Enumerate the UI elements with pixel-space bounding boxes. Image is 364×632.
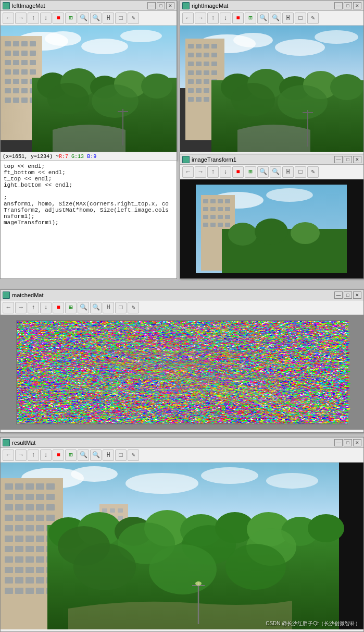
matched-restore-btn[interactable]: □ xyxy=(344,291,352,299)
svg-point-118 xyxy=(201,467,258,484)
svg-rect-61 xyxy=(211,62,217,66)
tb-zoom-out-btn[interactable]: 🔍 xyxy=(90,13,102,24)
rtb-pen-btn[interactable]: ✎ xyxy=(307,13,319,24)
result-restore-btn[interactable]: □ xyxy=(344,439,352,446)
ttb-box-btn[interactable]: □ xyxy=(295,166,306,178)
restb-down-btn[interactable]: ↓ xyxy=(40,449,52,461)
tb-next-btn[interactable]: → xyxy=(15,13,27,24)
tb-down-btn[interactable]: ↓ xyxy=(40,13,52,24)
mtb-zoomout-btn[interactable]: 🔍 xyxy=(90,302,102,313)
mtb-next-btn[interactable]: → xyxy=(15,302,27,313)
right-window-controls[interactable]: — □ ✕ xyxy=(334,2,361,9)
result-close-btn[interactable]: ✕ xyxy=(353,439,361,446)
transform-window[interactable]: imageTransform1 — □ ✕ ← → ↑ ↓ ■ ⊞ 🔍 🔍 H … xyxy=(180,154,364,279)
svg-rect-168 xyxy=(26,577,34,584)
matched-mat-window[interactable]: matchedMat — □ ✕ ← → ↑ ↓ ■ ⊞ 🔍 🔍 H □ ✎ xyxy=(0,289,364,433)
ttb-grid-btn[interactable]: ⊞ xyxy=(245,166,256,178)
ttb-zoomout-btn[interactable]: 🔍 xyxy=(270,166,281,178)
right-restore-btn[interactable]: □ xyxy=(344,2,352,9)
restb-next-btn[interactable]: → xyxy=(15,449,27,461)
svg-rect-14 xyxy=(5,60,11,65)
left-image-icon xyxy=(3,2,10,9)
svg-rect-144 xyxy=(36,525,44,531)
right-image-window[interactable]: rightImageMat — □ ✕ ← → ↑ ↓ ■ ⊞ 🔍 🔍 H □ … xyxy=(180,0,364,161)
right-image-icon xyxy=(182,2,190,9)
mtb-prev-btn[interactable]: ← xyxy=(3,302,14,313)
rtb-box-btn[interactable]: □ xyxy=(295,13,306,24)
rtb-next-btn[interactable]: → xyxy=(195,13,206,24)
svg-rect-159 xyxy=(36,556,44,563)
mtb-up-btn[interactable]: ↑ xyxy=(28,302,39,313)
rtb-zoomin-btn[interactable]: 🔍 xyxy=(257,13,269,24)
restb-prev-btn[interactable]: ← xyxy=(3,449,14,461)
left-image-window[interactable]: leftImageMat — □ ✕ ← → ↑ ↓ ■ ⊞ 🔍 🔍 H □ ✎ xyxy=(0,0,177,161)
rtb-up-btn[interactable]: ↑ xyxy=(207,13,219,24)
left-minimize-btn[interactable]: — xyxy=(147,2,156,9)
ttb-pen-btn[interactable]: ✎ xyxy=(307,166,319,178)
svg-rect-147 xyxy=(15,536,23,542)
ttb-h-btn[interactable]: H xyxy=(282,166,294,178)
restb-pen-btn[interactable]: ✎ xyxy=(128,449,139,461)
left-window-controls[interactable]: — □ ✕ xyxy=(147,2,174,9)
tb-zoom-in-btn[interactable]: 🔍 xyxy=(78,13,89,24)
tb-up-btn[interactable]: ↑ xyxy=(28,13,39,24)
left-close-btn[interactable]: ✕ xyxy=(166,2,174,9)
rtb-grid-btn[interactable]: ⊞ xyxy=(245,13,256,24)
mtb-pen-btn[interactable]: ✎ xyxy=(128,302,139,313)
right-minimize-btn[interactable]: — xyxy=(334,2,343,9)
ttb-down-btn[interactable]: ↓ xyxy=(220,166,231,178)
rtb-rec-btn[interactable]: ■ xyxy=(232,13,244,24)
restb-h-btn[interactable]: H xyxy=(103,449,114,461)
svg-point-205 xyxy=(195,581,202,586)
ttb-rec-btn[interactable]: ■ xyxy=(232,166,244,178)
svg-rect-131 xyxy=(5,504,13,511)
mtb-zoomin-btn[interactable]: 🔍 xyxy=(78,302,89,313)
mtb-rec-btn[interactable]: ■ xyxy=(53,302,64,313)
svg-rect-8 xyxy=(21,41,28,46)
rtb-zoomout-btn[interactable]: 🔍 xyxy=(270,13,281,24)
matched-minimize-btn[interactable]: — xyxy=(334,291,343,299)
tb-h-btn[interactable]: H xyxy=(103,13,114,24)
svg-rect-134 xyxy=(36,504,44,511)
matched-window-controls[interactable]: — □ ✕ xyxy=(334,291,361,299)
restb-zoomout-btn[interactable]: 🔍 xyxy=(90,449,102,461)
result-minimize-btn[interactable]: — xyxy=(334,439,343,446)
mtb-box-btn[interactable]: □ xyxy=(115,302,127,313)
matched-close-btn[interactable]: ✕ xyxy=(353,291,361,299)
ttb-up-btn[interactable]: ↑ xyxy=(207,166,219,178)
rtb-down-btn[interactable]: ↓ xyxy=(220,13,231,24)
svg-rect-58 xyxy=(188,62,194,66)
transform-close-btn[interactable]: ✕ xyxy=(353,156,361,163)
transform-minimize-btn[interactable]: — xyxy=(334,156,343,163)
result-scene-svg xyxy=(1,463,363,629)
restb-box-btn[interactable]: □ xyxy=(115,449,127,461)
restb-zoomin-btn[interactable]: 🔍 xyxy=(78,449,89,461)
left-restore-btn[interactable]: □ xyxy=(157,2,165,9)
left-toolbar: ← → ↑ ↓ ■ ⊞ 🔍 🔍 H □ ✎ xyxy=(1,11,177,26)
restb-grid-btn[interactable]: ⊞ xyxy=(65,449,77,461)
transform-restore-btn[interactable]: □ xyxy=(344,156,352,163)
restb-up-btn[interactable]: ↑ xyxy=(28,449,39,461)
svg-rect-66 xyxy=(188,79,194,84)
tb-rec-btn[interactable]: ■ xyxy=(53,13,64,24)
svg-point-39 xyxy=(141,74,172,99)
svg-point-3 xyxy=(81,39,128,54)
result-window-controls[interactable]: — □ ✕ xyxy=(334,439,361,446)
tb-prev-btn[interactable]: ← xyxy=(3,13,14,24)
rtb-prev-btn[interactable]: ← xyxy=(182,13,194,24)
tb-box-btn[interactable]: □ xyxy=(115,13,127,24)
mtb-grid-btn[interactable]: ⊞ xyxy=(65,302,77,313)
restb-rec-btn[interactable]: ■ xyxy=(53,449,64,461)
transform-controls[interactable]: — □ ✕ xyxy=(334,156,361,163)
result-mat-window[interactable]: resultMat — □ ✕ ← → ↑ ↓ ■ ⊞ 🔍 🔍 H □ ✎ xyxy=(0,437,364,632)
right-close-btn[interactable]: ✕ xyxy=(353,2,361,9)
ttb-next-btn[interactable]: → xyxy=(195,166,206,178)
ttb-zoomin-btn[interactable]: 🔍 xyxy=(257,166,269,178)
tb-pen-btn[interactable]: ✎ xyxy=(128,13,139,24)
mtb-h-btn[interactable]: H xyxy=(103,302,114,313)
tb-grid-btn[interactable]: ⊞ xyxy=(65,13,77,24)
ttb-prev-btn[interactable]: ← xyxy=(182,166,194,178)
matched-titlebar: matchedMat — □ ✕ xyxy=(1,290,363,300)
mtb-down-btn[interactable]: ↓ xyxy=(40,302,52,313)
rtb-h-btn[interactable]: H xyxy=(282,13,294,24)
